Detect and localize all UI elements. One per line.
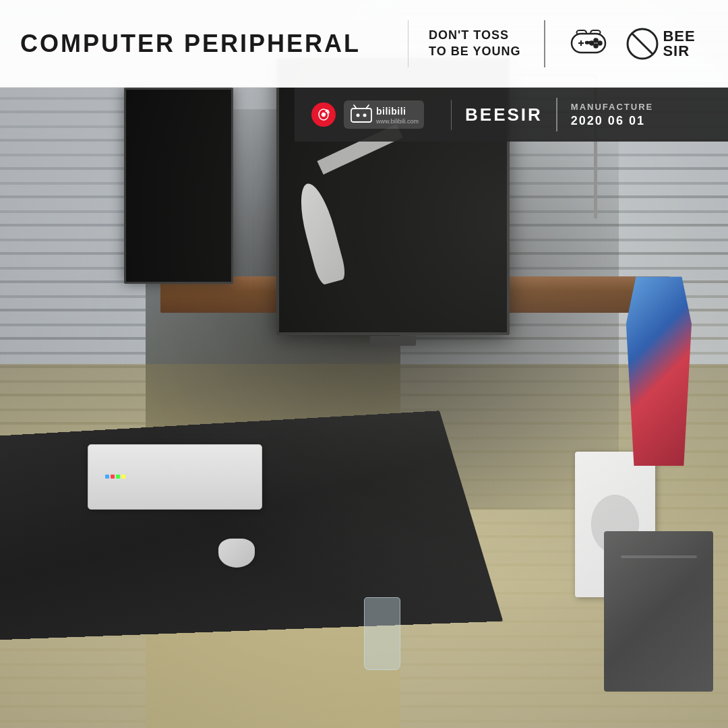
svg-line-10 <box>632 33 653 55</box>
header-divider-2 <box>544 20 545 67</box>
brand-section: BEESIR <box>465 104 543 125</box>
weibo-icon <box>316 107 331 122</box>
tagline-text: DON'T TOSS TO BE YOUNG <box>429 28 520 59</box>
tagline-line1: DON'T TOSS <box>429 28 509 42</box>
keyboard <box>88 444 262 510</box>
bilibili-tv-icon <box>349 103 373 126</box>
manufacture-label: MANUFACTURE <box>571 102 653 112</box>
svg-point-5 <box>595 44 598 47</box>
bilibili-label: bilibili <box>376 106 406 117</box>
svg-rect-8 <box>589 42 592 44</box>
header-icons-section: BEE SIR <box>569 26 695 61</box>
brand-name: BEESIR <box>465 104 543 125</box>
robot-figure <box>626 276 692 466</box>
tagline-section: DON'T TOSS TO BE YOUNG <box>429 28 520 59</box>
page-container: COMPUTER PERIPHERAL DON'T TOSS TO BE YOU… <box>0 0 728 728</box>
tagline-line2: TO BE YOUNG <box>429 44 520 58</box>
main-title: COMPUTER PERIPHERAL <box>20 30 361 57</box>
beesir-bee-text: BEE <box>663 29 695 44</box>
manufacture-date: 2020 06 01 <box>571 114 653 128</box>
svg-rect-11 <box>351 109 371 122</box>
info-divider-2 <box>556 98 557 131</box>
weibo-icon-wrapper <box>311 102 336 127</box>
svg-point-3 <box>595 38 598 42</box>
key-green <box>116 475 120 479</box>
svg-point-15 <box>363 114 367 117</box>
social-icons-section: bilibili www.bilibili.com <box>311 100 437 129</box>
svg-point-4 <box>599 41 602 44</box>
no-sign-svg <box>625 26 660 61</box>
bilibili-text-block: bilibili www.bilibili.com <box>376 105 419 125</box>
no-sign-icon <box>625 26 660 61</box>
monitor-left <box>124 88 233 284</box>
key-yellow <box>121 475 125 479</box>
gamepad-icon-container <box>569 28 608 59</box>
bilibili-tv-svg <box>349 103 373 123</box>
manufacture-section: MANUFACTURE 2020 06 01 <box>571 102 653 128</box>
title-section: COMPUTER PERIPHERAL <box>20 32 388 56</box>
keyboard-keys <box>105 461 244 493</box>
bilibili-url: www.bilibili.com <box>376 118 419 125</box>
key-red <box>111 475 115 479</box>
beesir-logo-text: BEE SIR <box>663 29 695 59</box>
beesir-logo-wrapper: BEE SIR <box>625 26 695 61</box>
info-divider-1 <box>451 100 452 130</box>
pc-stripe <box>621 555 697 558</box>
water-glass <box>364 597 400 670</box>
pc-case <box>604 531 713 692</box>
key-blue <box>105 475 109 479</box>
header-bar: COMPUTER PERIPHERAL DON'T TOSS TO BE YOU… <box>0 0 728 88</box>
svg-point-14 <box>357 114 360 117</box>
monitor-stand <box>370 336 416 346</box>
info-bar: bilibili www.bilibili.com BEESIR MANUFAC… <box>295 88 728 142</box>
bilibili-icon-wrapper: bilibili www.bilibili.com <box>344 100 424 129</box>
beesir-sir-text: SIR <box>663 44 695 59</box>
svg-rect-7 <box>586 42 588 44</box>
header-divider-1 <box>408 20 408 67</box>
gamepad-icon <box>569 28 608 57</box>
